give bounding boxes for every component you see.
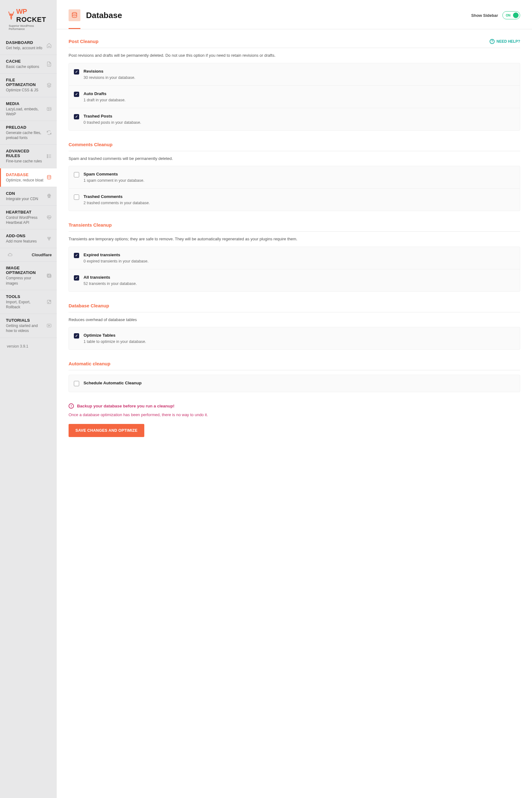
sidebar-item-dashboard[interactable]: DASHBOARD Get help, account info [0, 36, 57, 55]
svg-point-12 [48, 239, 50, 240]
sidebar-item-tutorials[interactable]: TUTORIALS Getting started and how to vid… [0, 314, 57, 338]
page-title: Database [86, 11, 122, 20]
nav-desc: Generate cache files, preload fonts [6, 130, 44, 140]
sidebar-item-cache[interactable]: CACHE Basic cache options [0, 55, 57, 74]
svg-rect-3 [47, 156, 48, 156]
option-group: Schedule Automatic Cleanup [69, 375, 520, 392]
logo-icon [7, 11, 15, 20]
sidebar-item-add-ons[interactable]: ADD-ONS Add more features [0, 229, 57, 248]
sidebar-item-media[interactable]: MEDIA LazyLoad, embeds, WebP [0, 97, 57, 121]
section-desc: Spam and trashed comments will be perman… [69, 151, 520, 166]
images-icon [46, 273, 52, 278]
toggle-state: ON [506, 14, 511, 17]
show-sidebar-toggle[interactable]: ON [502, 11, 520, 19]
option-row: Schedule Automatic Cleanup [69, 375, 520, 392]
sidebar-item-cloudflare[interactable]: Cloudflare [0, 248, 57, 262]
svg-line-14 [49, 238, 50, 239]
section-desc: Transients are temporary options; they a… [69, 232, 520, 247]
logo-tagline: Superior WordPress Performance [9, 24, 49, 31]
image-icon [46, 106, 52, 112]
option-label: Optimize Tables [83, 333, 146, 338]
section-automatic-cleanup: Automatic cleanup Schedule Automatic Cle… [69, 361, 520, 392]
need-help-link[interactable]: ?NEED HELP? [490, 39, 520, 44]
sidebar-item-heartbeat[interactable]: HEARTBEAT Control WordPress Heartbeat AP… [0, 206, 57, 229]
section-transients-cleanup: Transients Cleanup Transients are tempor… [69, 222, 520, 292]
option-label: Trashed Posts [83, 114, 141, 118]
svg-line-13 [49, 238, 49, 239]
checkbox-schedule-automatic-cleanup[interactable] [74, 381, 79, 386]
checkbox-trashed-posts[interactable]: ✓ [74, 114, 79, 119]
help-text: NEED HELP? [496, 39, 520, 44]
warning-desc: Once a database optimization has been pe… [69, 413, 520, 417]
nav-title: DATABASE [6, 172, 44, 177]
nav-title: ADVANCED RULES [6, 149, 44, 158]
heartbeat-icon [46, 215, 52, 220]
sidebar-item-file-optimization[interactable]: FILE OPTIMIZATION Optimize CSS & JS [0, 74, 57, 97]
show-sidebar-label: Show Sidebar [471, 13, 498, 18]
checkbox-auto-drafts[interactable]: ✓ [74, 92, 79, 97]
option-label: Expired transients [83, 252, 148, 257]
svg-rect-2 [47, 155, 48, 155]
sidebar-item-advanced-rules[interactable]: ADVANCED RULES Fine-tune cache rules [0, 145, 57, 168]
nav-desc: Optimize, reduce bloat [6, 178, 44, 183]
option-group: Spam Comments 1 spam comment in your dat… [69, 166, 520, 211]
option-sub: 1 spam comment in your database. [83, 178, 144, 183]
checkbox-trashed-comments[interactable] [74, 194, 79, 200]
checkbox-revisions[interactable]: ✓ [74, 69, 79, 75]
nav-title: CACHE [6, 59, 44, 63]
database-icon [69, 10, 80, 21]
option-row: ✓ Revisions 30 revisions in your databas… [69, 63, 520, 86]
nav-title: TOOLS [6, 294, 44, 299]
home-icon [46, 43, 52, 48]
warning-banner: ! Backup your database before you run a … [69, 403, 520, 408]
checkbox-spam-comments[interactable] [74, 172, 79, 177]
option-sub: 30 revisions in your database. [83, 75, 135, 80]
sidebar-item-tools[interactable]: TOOLS Import, Export, Rollback [0, 290, 57, 314]
option-sub: 52 transients in your database. [83, 282, 137, 286]
nav-main: DASHBOARD Get help, account info CACHE B… [0, 36, 57, 248]
nav-title: HEARTBEAT [6, 210, 44, 214]
sidebar-item-database[interactable]: DATABASE Optimize, reduce bloat [0, 168, 57, 187]
sidebar-item-preload[interactable]: PRELOAD Generate cache files, preload fo… [0, 121, 57, 145]
option-row: ✓ Trashed Posts 0 trashed posts in your … [69, 108, 520, 130]
nav-title: MEDIA [6, 101, 44, 106]
option-label: Revisions [83, 69, 135, 74]
nav-title: PRELOAD [6, 125, 44, 130]
section-desc: Reduces overhead of database tables [69, 312, 520, 327]
database-icon [46, 175, 52, 180]
checkbox-optimize-tables[interactable]: ✓ [74, 333, 79, 339]
sidebar-item-image-optimization[interactable]: IMAGE OPTIMIZATION Compress your images [0, 262, 57, 290]
option-label: Auto Drafts [83, 91, 126, 96]
nav-secondary: IMAGE OPTIMIZATION Compress your images … [0, 262, 57, 338]
list-icon [46, 154, 52, 159]
layers-icon [46, 82, 52, 88]
nav-desc: Integrate your CDN [6, 196, 44, 202]
section-title: Post Cleanup [69, 39, 98, 44]
version-text: version 3.9.1 [0, 338, 57, 355]
option-row: Spam Comments 1 spam comment in your dat… [69, 166, 520, 189]
nav-desc: Import, Export, Rollback [6, 300, 44, 309]
svg-rect-4 [47, 157, 48, 158]
checkbox-all-transients[interactable]: ✓ [74, 275, 79, 281]
option-sub: 0 expired transients in your database. [83, 259, 148, 263]
option-sub: 0 trashed posts in your database. [83, 120, 141, 125]
sidebar-item-cdn[interactable]: CDN Integrate your CDN [0, 187, 57, 206]
section-comments-cleanup: Comments Cleanup Spam and trashed commen… [69, 142, 520, 211]
cloud-icon [7, 252, 13, 257]
play-icon [46, 323, 52, 328]
toggle-knob [513, 13, 519, 18]
file-icon [46, 61, 52, 67]
nav-title: DASHBOARD [6, 40, 44, 45]
nav-desc: Basic cache options [6, 64, 44, 69]
option-sub: 1 draft in your database. [83, 98, 126, 102]
nav-desc: Get help, account info [6, 45, 44, 51]
option-sub: 2 trashed comments in your database. [83, 201, 150, 205]
checkbox-expired-transients[interactable]: ✓ [74, 253, 79, 258]
option-label: Schedule Automatic Cleanup [83, 381, 141, 385]
svg-point-19 [50, 301, 51, 302]
main-content: Database Show Sidebar ON Post Cleanup ?N… [57, 0, 532, 798]
save-optimize-button[interactable]: SAVE CHANGES AND OPTIMIZE [69, 424, 144, 437]
logo-prefix: WP [16, 7, 27, 15]
option-row: ✓ All transients 52 transients in your d… [69, 269, 520, 291]
logo: WP ROCKET Superior WordPress Performance [0, 0, 57, 36]
